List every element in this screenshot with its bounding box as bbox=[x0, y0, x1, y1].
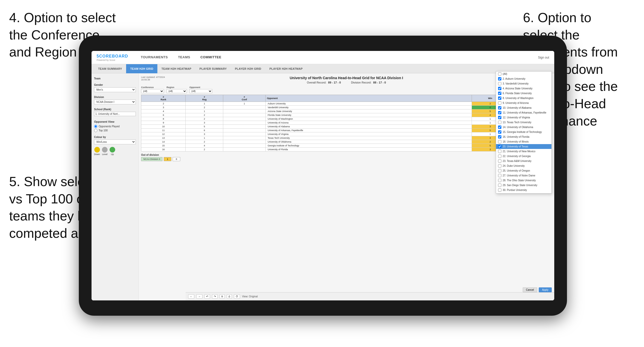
dropdown-checkbox[interactable] bbox=[498, 159, 501, 163]
dropdown-checkbox[interactable] bbox=[498, 72, 501, 76]
radio-opponents-played-input[interactable] bbox=[94, 125, 97, 128]
division-record-label: Division Record: bbox=[351, 81, 371, 84]
tab-player-h2h-heatmap[interactable]: PLAYER H2H HEATMAP bbox=[265, 64, 307, 73]
dropdown-checkbox[interactable] bbox=[498, 111, 501, 114]
dropdown-item[interactable]: 13. Texas Tech University bbox=[496, 120, 551, 125]
dropdown-item[interactable]: 29. San Diego State University bbox=[496, 183, 551, 188]
dropdown-item[interactable]: 9. University of Arizona bbox=[496, 101, 551, 105]
dropdown-item[interactable]: 23. Texas A&M University bbox=[496, 159, 551, 163]
tab-player-summary[interactable]: PLAYER SUMMARY bbox=[196, 64, 231, 73]
dropdown-item[interactable]: 6. Florida State University bbox=[496, 91, 551, 96]
dropdown-checkbox[interactable] bbox=[498, 101, 501, 105]
cell-opponent: Georgia Institute of Technology bbox=[265, 144, 472, 148]
colour-select[interactable]: Win/Loss bbox=[94, 140, 136, 144]
grid-title: University of North Carolina Head-to-Hea… bbox=[141, 76, 552, 80]
table-row: 3 2 Vanderbilt University 0 4 bbox=[141, 106, 552, 109]
opponent-dropdown[interactable]: (All) 2. Auburn University 3. Vanderbilt… bbox=[496, 71, 552, 193]
toolbar-fwd[interactable]: ↷ bbox=[212, 294, 218, 299]
dropdown-item[interactable]: 18. University of Illinois bbox=[496, 139, 551, 144]
dropdown-item-label: 16. University of Florida bbox=[503, 135, 529, 138]
dropdown-checkbox[interactable] bbox=[498, 145, 501, 148]
cancel-button[interactable]: Cancel bbox=[523, 287, 537, 292]
dropdown-item[interactable]: 27. University of Notre Dame bbox=[496, 173, 551, 178]
tab-team-h2h-heatmap[interactable]: TEAM H2H HEATMAP bbox=[157, 64, 196, 73]
dropdown-checkbox[interactable] bbox=[498, 140, 501, 143]
gender-select[interactable]: Men's bbox=[94, 87, 136, 92]
dropdown-checkbox[interactable] bbox=[498, 87, 501, 90]
dropdown-checkbox[interactable] bbox=[498, 155, 501, 158]
ncaa-div-loss: 0 bbox=[173, 157, 180, 161]
dropdown-checkbox[interactable] bbox=[498, 92, 501, 95]
dropdown-item[interactable]: 2. Auburn University bbox=[496, 76, 551, 81]
dropdown-checkbox[interactable] bbox=[498, 96, 501, 100]
region-filter-select[interactable]: (All) bbox=[167, 89, 187, 93]
tab-team-summary[interactable]: TEAM SUMMARY bbox=[94, 64, 126, 73]
dropdown-item[interactable]: 15. Georgia Institute of Technology bbox=[496, 130, 551, 134]
dropdown-checkbox[interactable] bbox=[498, 135, 501, 138]
dropdown-checkbox[interactable] bbox=[498, 169, 501, 172]
dropdown-item[interactable]: 31. University of North Florida bbox=[496, 192, 551, 193]
dropdown-item[interactable]: 8. University of Washington bbox=[496, 96, 551, 101]
toolbar-undo[interactable]: ← bbox=[188, 294, 194, 299]
dropdown-checkbox[interactable] bbox=[498, 116, 501, 119]
dropdown-checkbox[interactable] bbox=[498, 106, 501, 109]
tab-team-h2h-grid[interactable]: TEAM H2H GRID bbox=[126, 64, 157, 73]
opponent-filter-select[interactable]: (All) bbox=[189, 89, 212, 93]
division-select[interactable]: NCAA Division I bbox=[94, 100, 136, 104]
dropdown-item[interactable]: 11. University of Arkansas, Fayetteville bbox=[496, 110, 551, 115]
dropdown-item[interactable]: 4. Arizona State University bbox=[496, 86, 551, 91]
dropdown-checkbox[interactable] bbox=[498, 188, 501, 192]
cell-opponent: Florida State University bbox=[265, 113, 472, 117]
dropdown-item[interactable]: 3. Vanderbilt University bbox=[496, 81, 551, 86]
dropdown-item[interactable]: 25. University of Oregon bbox=[496, 168, 551, 173]
nav-committee[interactable]: COMMITTEE bbox=[195, 51, 227, 64]
dropdown-checkbox[interactable] bbox=[498, 77, 501, 80]
dropdown-checkbox[interactable] bbox=[498, 150, 501, 153]
dropdown-checkbox[interactable] bbox=[498, 121, 501, 124]
dropdown-item[interactable]: 28. The Ohio State University bbox=[496, 178, 551, 183]
tab-player-h2h-grid[interactable]: PLAYER H2H GRID bbox=[231, 64, 265, 73]
dropdown-item[interactable]: 16. University of Florida bbox=[496, 134, 551, 139]
nav-teams[interactable]: TEAMS bbox=[173, 51, 195, 64]
radio-opponents-played-label: Opponents Played bbox=[99, 125, 119, 128]
cell-rag: 1 bbox=[186, 102, 223, 106]
radio-top100-input[interactable] bbox=[94, 129, 97, 132]
dropdown-checkbox[interactable] bbox=[498, 179, 501, 182]
toolbar-paste[interactable]: ⎙ bbox=[227, 294, 232, 299]
dropdown-checkbox[interactable] bbox=[498, 130, 501, 134]
dropdown-item[interactable]: 22. University of Georgia bbox=[496, 154, 551, 159]
conference-filter-select[interactable]: (All) bbox=[141, 89, 164, 93]
dropdown-item[interactable]: 21. University of New Mexico bbox=[496, 149, 551, 154]
dropdown-item[interactable]: 12. University of Virginia bbox=[496, 115, 551, 120]
dropdown-checkbox[interactable] bbox=[498, 184, 501, 187]
apply-button[interactable]: Apply bbox=[539, 287, 552, 292]
dropdown-checkbox[interactable] bbox=[498, 193, 501, 193]
dropdown-checkbox[interactable] bbox=[498, 126, 501, 129]
toolbar-copy[interactable]: ⎘ bbox=[220, 294, 225, 299]
dropdown-checkbox[interactable] bbox=[498, 164, 501, 168]
cell-conf bbox=[223, 148, 265, 151]
legend-level: Level bbox=[102, 147, 108, 156]
dropdown-item-label: 23. Texas A&M University bbox=[503, 160, 531, 162]
nav-tournaments[interactable]: TOURNAMENTS bbox=[136, 51, 173, 64]
toolbar-redo[interactable]: → bbox=[196, 294, 202, 299]
dropdown-item[interactable]: 30. Purdue University bbox=[496, 188, 551, 192]
table-row: 14 2 University of Oklahoma 2 2 bbox=[141, 140, 552, 144]
dropdown-item[interactable]: 10. University of Alabama bbox=[496, 105, 551, 110]
legend-down: Down bbox=[94, 147, 100, 156]
radio-top100[interactable]: Top 100 bbox=[94, 129, 136, 132]
toolbar-clock[interactable]: ⏱ bbox=[234, 294, 240, 299]
dropdown-item-label: 22. University of Georgia bbox=[503, 155, 531, 158]
dropdown-checkbox[interactable] bbox=[498, 82, 501, 85]
radio-opponents-played[interactable]: Opponents Played bbox=[94, 125, 136, 128]
opponent-view-label: Opponent View bbox=[94, 120, 136, 123]
dropdown-item[interactable]: 20. University of Texas bbox=[496, 144, 551, 149]
dropdown-item[interactable]: (All) bbox=[496, 72, 551, 76]
overall-record: Overall Record: 89 - 17 - 0 bbox=[307, 81, 341, 84]
toolbar-back[interactable]: ↶ bbox=[204, 294, 210, 299]
dropdown-item[interactable]: 24. Duke University bbox=[496, 163, 551, 168]
sign-out[interactable]: Sign out bbox=[538, 56, 549, 59]
dropdown-checkbox[interactable] bbox=[498, 174, 501, 177]
dropdown-item[interactable]: 14. University of Oklahoma bbox=[496, 125, 551, 130]
school-label: School (Rank) bbox=[94, 108, 136, 111]
